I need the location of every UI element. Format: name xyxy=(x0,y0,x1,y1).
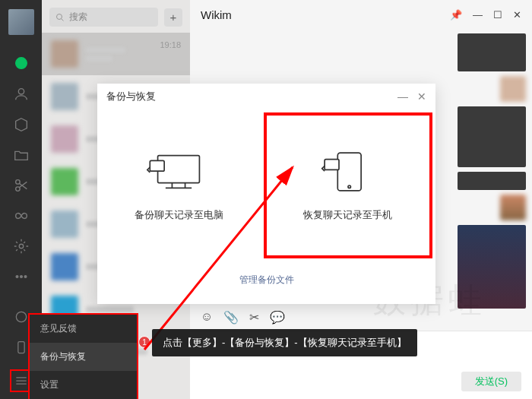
modal-close-icon[interactable]: ✕ xyxy=(417,90,426,103)
instruction-tip: 点击【更多】-【备份与恢复】-【恢复聊天记录至手机】 xyxy=(152,329,417,356)
cube-icon[interactable] xyxy=(13,116,30,133)
chat-item[interactable]: 19:18 xyxy=(42,33,190,75)
svg-point-4 xyxy=(19,244,24,249)
restore-to-phone-label: 恢复聊天记录至手机 xyxy=(303,208,392,222)
modal-title: 备份与恢复 xyxy=(106,90,156,103)
step-badge: 1 xyxy=(138,336,150,348)
svg-rect-15 xyxy=(325,160,339,170)
svg-point-5 xyxy=(16,276,18,278)
phone-icon[interactable] xyxy=(13,339,30,356)
menu-backup[interactable]: 备份与恢复 xyxy=(30,343,137,371)
svg-point-7 xyxy=(24,276,27,278)
backup-to-pc-option[interactable]: 备份聊天记录至电脑 xyxy=(97,109,261,261)
svg-point-0 xyxy=(15,58,27,69)
butterfly-icon[interactable] xyxy=(13,207,30,224)
attach-icon[interactable]: 📎 xyxy=(223,310,239,325)
backup-modal: 备份与恢复 — ✕ 备份聊天记录至电脑 恢复聊天记录至手机 管理备份文件 xyxy=(97,84,435,304)
add-button[interactable]: + xyxy=(164,8,182,27)
send-button[interactable]: 发送(S) xyxy=(461,372,521,391)
emoji-icon[interactable]: ☺ xyxy=(201,310,213,325)
svg-point-10 xyxy=(57,14,62,19)
search-input[interactable]: 搜索 xyxy=(49,8,158,27)
link-icon[interactable] xyxy=(13,309,30,325)
folder-icon[interactable] xyxy=(13,147,30,163)
restore-to-phone-option[interactable]: 恢复聊天记录至手机 xyxy=(264,112,433,258)
avatar[interactable] xyxy=(8,9,34,35)
more-menu: 意见反馈 备份与恢复 设置 xyxy=(28,313,138,399)
manage-backup-link[interactable]: 管理备份文件 xyxy=(239,274,294,285)
title-bar: Wikim 📌 — ☐ ✕ xyxy=(190,0,532,29)
menu-settings[interactable]: 设置 xyxy=(30,371,137,399)
pin-icon[interactable]: 📌 xyxy=(450,9,462,21)
phone-restore-icon xyxy=(314,149,382,195)
dots-icon[interactable] xyxy=(13,268,30,285)
svg-point-6 xyxy=(20,276,22,278)
chat-time: 19:18 xyxy=(160,40,181,49)
modal-minimize-icon[interactable]: — xyxy=(397,90,408,103)
history-icon[interactable]: 💬 xyxy=(270,310,285,325)
backup-to-pc-label: 备份聊天记录至电脑 xyxy=(135,208,223,222)
gear-icon[interactable] xyxy=(13,238,30,255)
svg-point-1 xyxy=(18,89,24,94)
menu-feedback[interactable]: 意见反馈 xyxy=(30,315,137,343)
scissors-icon[interactable] xyxy=(13,177,30,194)
cut-icon[interactable]: ✂ xyxy=(249,310,259,325)
chat-title: Wikim xyxy=(201,8,232,21)
close-icon[interactable]: ✕ xyxy=(513,9,521,21)
maximize-icon[interactable]: ☐ xyxy=(493,9,502,21)
svg-rect-9 xyxy=(17,342,24,353)
monitor-icon xyxy=(144,149,213,195)
svg-point-8 xyxy=(16,312,26,321)
svg-point-14 xyxy=(348,185,350,188)
chat-icon[interactable] xyxy=(13,55,30,72)
search-placeholder: 搜索 xyxy=(69,11,87,24)
contacts-icon[interactable] xyxy=(13,86,30,103)
svg-rect-12 xyxy=(150,160,165,171)
minimize-icon[interactable]: — xyxy=(473,9,483,21)
